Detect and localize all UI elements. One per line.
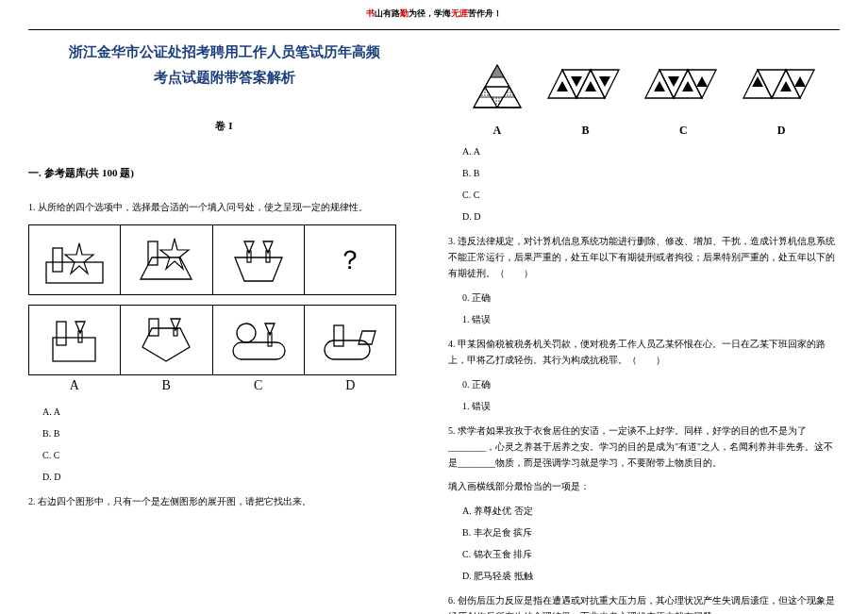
q1-cell-2 — [121, 225, 212, 294]
q2-option-b: B. B — [462, 164, 840, 182]
svg-rect-14 — [149, 319, 159, 336]
q1-opt-c — [213, 306, 305, 374]
q2-fig-c: C — [641, 60, 726, 138]
q3-option-0: 0. 正确 — [462, 289, 840, 307]
q1-opt-a — [29, 306, 121, 374]
svg-marker-47 — [668, 76, 679, 87]
svg-rect-0 — [46, 262, 103, 283]
q1-option-d: D. D — [42, 468, 420, 486]
svg-marker-31 — [479, 87, 491, 97]
svg-marker-40 — [585, 81, 596, 91]
q1-cell-1 — [29, 225, 121, 294]
svg-marker-33 — [492, 97, 503, 108]
left-column: 浙江金华市公证处招考聘用工作人员笔试历年高频 考点试题附带答案解析 卷 I 一.… — [28, 32, 434, 614]
question-6: 6. 创伤后压力反应是指在遭遇或对抗重大压力后，其心理状况产生失调后遗症，但这个… — [448, 592, 840, 614]
q4-option-1: 1. 错误 — [462, 397, 840, 415]
svg-marker-46 — [654, 81, 665, 91]
question-5: 5. 求学者如果孜孜于衣食居住的安适，一定谈不上好学。同样，好学的目的也不是为了… — [448, 423, 840, 471]
q2-option-d: D. D — [462, 207, 840, 225]
question-2: 2. 右边四个图形中，只有一个是左侧图形的展开图，请把它找出来。 — [28, 493, 420, 509]
svg-marker-56 — [794, 76, 806, 87]
right-column: A B — [434, 32, 840, 614]
q5-option-c: C. 锦衣玉食 排斥 — [462, 545, 840, 563]
q2-fig-b: B — [543, 60, 628, 138]
q5-option-a: A. 养尊处优 否定 — [462, 502, 840, 520]
svg-rect-1 — [53, 248, 62, 272]
svg-marker-39 — [571, 76, 582, 87]
document-title: 浙江金华市公证处招考聘用工作人员笔试历年高频 考点试题附带答案解析 — [28, 40, 420, 91]
svg-marker-49 — [696, 76, 708, 87]
svg-rect-10 — [57, 322, 66, 345]
svg-marker-23 — [359, 331, 376, 344]
q1-option-a: A. A — [42, 403, 420, 421]
q1-figure-top: ？ — [28, 224, 420, 295]
q1-figure-bottom: A B C D — [28, 305, 420, 393]
header-divider — [28, 29, 840, 30]
svg-marker-32 — [504, 87, 515, 97]
svg-marker-4 — [235, 257, 282, 281]
svg-rect-17 — [233, 342, 285, 359]
q1-option-c: C. C — [42, 446, 420, 464]
q1-opt-d — [305, 306, 395, 374]
q2-figures: A B — [448, 60, 840, 138]
q1-opt-b — [121, 306, 212, 374]
label-a: A — [28, 378, 121, 393]
q2-fig-a: A — [464, 60, 530, 138]
question-3: 3. 违反法律规定，对计算机信息系统功能进行删除、修改、增加、干扰，造成计算机信… — [448, 233, 840, 281]
q5-option-b: B. 丰衣足食 摈斥 — [462, 523, 840, 541]
q1-cell-4: ？ — [305, 225, 395, 294]
svg-marker-55 — [780, 81, 792, 91]
svg-rect-21 — [325, 340, 370, 359]
page-header: 书山有路勤为径，学海无涯苦作舟！ — [0, 0, 868, 27]
svg-marker-48 — [682, 81, 693, 91]
question-4: 4. 甲某因偷税被税务机关罚款，便对税务工作人员乙某怀恨在心。一日在乙某下班回家… — [448, 336, 840, 368]
svg-marker-51 — [758, 70, 786, 98]
q3-option-1: 1. 错误 — [462, 310, 840, 328]
volume-label: 卷 I — [28, 119, 420, 133]
q2-option-c: C. C — [462, 186, 840, 204]
q4-option-0: 0. 正确 — [462, 375, 840, 393]
section-header: 一. 参考题库(共 100 题) — [28, 166, 420, 180]
q2-fig-d: D — [739, 60, 824, 138]
label-b: B — [121, 378, 213, 393]
content-columns: 浙江金华市公证处招考聘用工作人员笔试历年高频 考点试题附带答案解析 卷 I 一.… — [0, 32, 868, 614]
svg-rect-22 — [334, 325, 343, 346]
question-1: 1. 从所给的四个选项中，选择最合适的一个填入问号处，使之呈现一定的规律性。 — [28, 199, 420, 215]
svg-rect-9 — [53, 338, 95, 361]
label-c: C — [212, 378, 305, 393]
svg-marker-26 — [491, 65, 504, 77]
question-5-prompt: 填入画横线部分最恰当的一项是： — [448, 478, 840, 494]
q5-option-d: D. 肥马轻裘 抵触 — [462, 567, 840, 585]
svg-marker-41 — [599, 76, 610, 87]
svg-marker-38 — [557, 81, 568, 91]
svg-point-18 — [237, 324, 256, 342]
q1-cell-3 — [213, 225, 305, 294]
q1-option-b: B. B — [42, 424, 420, 442]
label-d: D — [305, 378, 397, 393]
q2-option-a: A. A — [462, 142, 840, 160]
